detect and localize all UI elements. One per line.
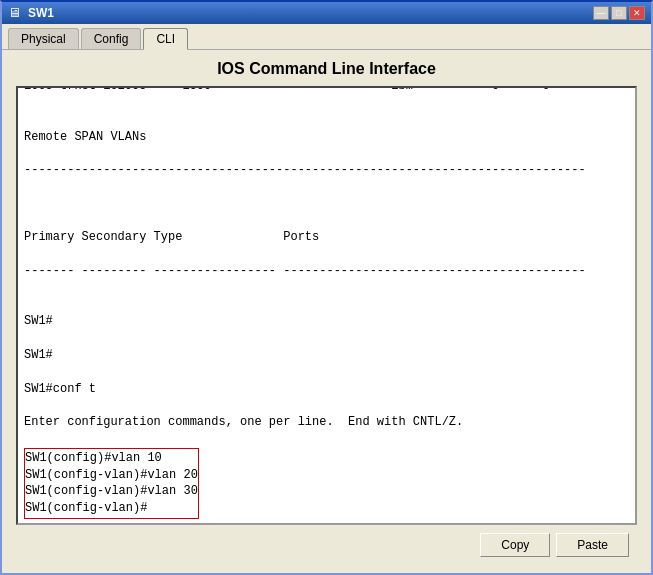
- main-window: 🖥 SW1 — □ ✕ Physical Config CLI IOS Comm…: [0, 0, 653, 575]
- terminal-output[interactable]: Fa0/17, Fa0/18, Fa0/19, Fa0/20 Fa0/21, F…: [18, 88, 635, 523]
- title-bar-left: 🖥 SW1: [8, 5, 54, 21]
- tab-bar: Physical Config CLI: [2, 24, 651, 50]
- tab-config[interactable]: Config: [81, 28, 142, 49]
- main-content: IOS Command Line Interface Fa0/17, Fa0/1…: [2, 50, 651, 573]
- page-title: IOS Command Line Interface: [16, 60, 637, 78]
- window-icon: 🖥: [8, 5, 24, 21]
- copy-button[interactable]: Copy: [480, 533, 550, 557]
- terminal-wrapper: Fa0/17, Fa0/18, Fa0/19, Fa0/20 Fa0/21, F…: [16, 86, 637, 525]
- button-bar: Copy Paste: [16, 525, 637, 563]
- title-bar: 🖥 SW1 — □ ✕: [2, 2, 651, 24]
- title-controls: — □ ✕: [593, 6, 645, 20]
- tab-physical[interactable]: Physical: [8, 28, 79, 49]
- window-title: SW1: [28, 6, 54, 20]
- paste-button[interactable]: Paste: [556, 533, 629, 557]
- maximize-button[interactable]: □: [611, 6, 627, 20]
- minimize-button[interactable]: —: [593, 6, 609, 20]
- close-button[interactable]: ✕: [629, 6, 645, 20]
- tab-cli[interactable]: CLI: [143, 28, 188, 50]
